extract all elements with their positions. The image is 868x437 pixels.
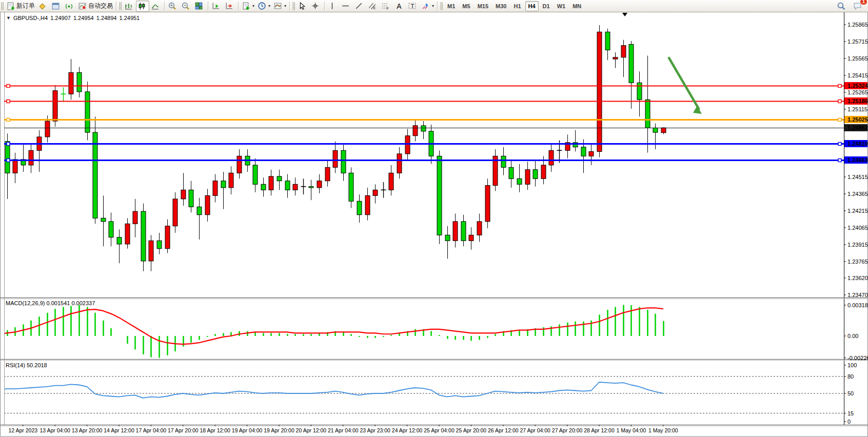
candle-body	[141, 211, 146, 261]
time-axis-label: 28 Apr 12:00	[584, 427, 615, 433]
timeframe-w1-button[interactable]: W1	[554, 1, 569, 11]
candlestick-chart-button[interactable]	[136, 1, 149, 12]
candle-body	[293, 184, 298, 190]
data-window-button[interactable]	[50, 1, 63, 12]
price-axis-label: 1.24515	[847, 174, 868, 180]
candle-body	[525, 170, 530, 185]
candle-body	[69, 73, 73, 94]
timeframe-m5-button[interactable]: M5	[459, 1, 473, 11]
candle-body	[445, 235, 450, 241]
fibonacci-button[interactable]: F	[380, 1, 393, 12]
price-axis-label: 1.23470	[847, 292, 868, 298]
candle-body	[397, 154, 402, 173]
text-tool-button[interactable]: A	[393, 1, 406, 12]
price-low: 1.24894	[96, 15, 117, 21]
toolbar-grip[interactable]	[1, 2, 4, 10]
candle-body	[109, 222, 113, 237]
navigator-button[interactable]	[63, 1, 76, 12]
auto-trading-icon	[78, 2, 87, 10]
auto-scroll-icon	[211, 2, 220, 10]
horizontal-line-button[interactable]	[340, 1, 353, 12]
candle-body	[309, 187, 313, 188]
candle-body	[165, 226, 170, 249]
candle-body	[349, 173, 353, 201]
time-axis-label: 25 Apr 20:00	[456, 427, 487, 433]
timeframe-m15-button[interactable]: M15	[475, 1, 491, 11]
chart-shift-button[interactable]	[223, 1, 236, 12]
chart-canvas[interactable]: 1.258651.257151.255651.254151.252651.251…	[0, 0, 868, 437]
svg-text:F: F	[387, 7, 389, 10]
price-level-badge-text: 1.24810	[847, 141, 868, 147]
line-handle[interactable]	[7, 85, 10, 88]
line-handle[interactable]	[7, 143, 10, 146]
price-open: 1.24907	[50, 15, 71, 21]
price-axis-label: 1.23765	[847, 259, 868, 265]
time-axis-label: 27 Apr 20:00	[552, 427, 583, 433]
price-axis-label: 1.25415	[847, 72, 868, 78]
crosshair-button[interactable]	[309, 1, 323, 12]
indicators-button[interactable]: ▾	[272, 1, 288, 12]
time-axis-label: 27 Apr 04:00	[520, 427, 550, 433]
candle-body	[365, 195, 370, 214]
cursor-button[interactable]	[296, 1, 309, 12]
candle-body	[541, 165, 546, 178]
line-handle[interactable]	[838, 143, 841, 146]
time-axis-label: 13 Apr 20:00	[72, 427, 103, 433]
chart-collapse-icon[interactable]: ▼	[6, 15, 11, 21]
notifications-button[interactable]: 1	[852, 1, 865, 12]
price-axis-label: 1.25265	[847, 89, 868, 95]
bar-chart-button[interactable]	[123, 1, 136, 12]
line-handle[interactable]	[7, 118, 10, 122]
timeframe-h4-button[interactable]: H4	[525, 1, 539, 11]
timeframe-m1-button[interactable]: M1	[444, 1, 458, 11]
search-button[interactable]	[835, 1, 849, 12]
timeframe-d1-button[interactable]: D1	[540, 1, 553, 11]
auto-trading-button[interactable]: 自动交易	[76, 1, 114, 12]
line-handle[interactable]	[7, 159, 10, 162]
candle-body	[645, 100, 650, 128]
main-toolbar: 新订单 自动交易 ▾ ▾ ▾ E F A T ▾	[0, 0, 868, 12]
candle-body	[357, 201, 362, 214]
line-chart-button[interactable]	[149, 1, 163, 12]
market-watch-button[interactable]	[36, 1, 50, 12]
candle-body	[461, 222, 466, 241]
timeframe-mn-button[interactable]: MN	[569, 1, 584, 11]
label-tool-button[interactable]: T	[406, 1, 420, 12]
candle-body	[581, 147, 586, 156]
tile-windows-button[interactable]	[193, 1, 206, 12]
candle-body	[133, 211, 137, 224]
timeframe-h1-button[interactable]: H1	[510, 1, 524, 11]
macd-axis-label: 0.00	[847, 333, 858, 339]
new-order-button[interactable]: 新订单	[5, 1, 36, 12]
equidistant-channel-icon: E	[368, 2, 377, 10]
new-chart-button[interactable]: ▾	[240, 1, 256, 12]
periods-button[interactable]: ▾	[256, 1, 272, 12]
time-axis-label: 26 Apr 12:00	[488, 427, 519, 433]
arrows-tool-button[interactable]: ▾	[420, 1, 436, 12]
zoom-in-button[interactable]	[166, 1, 180, 12]
line-handle[interactable]	[7, 100, 10, 103]
time-axis-label: 1 May 04:00	[617, 427, 646, 433]
auto-scroll-button[interactable]	[210, 1, 223, 12]
candle-body	[549, 150, 554, 165]
candle-body	[221, 181, 226, 188]
timeframe-m30-button[interactable]: M30	[492, 1, 509, 11]
candle-body	[149, 241, 153, 261]
rsi-axis-label: 80	[847, 373, 854, 380]
market-watch-icon	[38, 2, 47, 10]
chart-symbol-period: GBPUSD-,H4	[13, 15, 48, 21]
line-handle[interactable]	[838, 85, 841, 88]
zoom-out-button[interactable]	[180, 1, 193, 12]
line-handle[interactable]	[838, 118, 841, 122]
price-axis-label: 1.25115	[847, 106, 867, 112]
candle-body	[77, 73, 82, 92]
line-handle[interactable]	[838, 100, 841, 103]
trendline-button[interactable]	[353, 1, 366, 12]
line-handle[interactable]	[838, 159, 841, 162]
indicators-icon	[273, 2, 282, 10]
rsi-axis-label: 100	[847, 362, 857, 368]
price-axis-label: 1.23620	[847, 275, 868, 281]
cursor-icon	[298, 2, 306, 10]
vertical-line-button[interactable]	[326, 1, 340, 12]
equidistant-channel-button[interactable]: E	[366, 1, 380, 12]
